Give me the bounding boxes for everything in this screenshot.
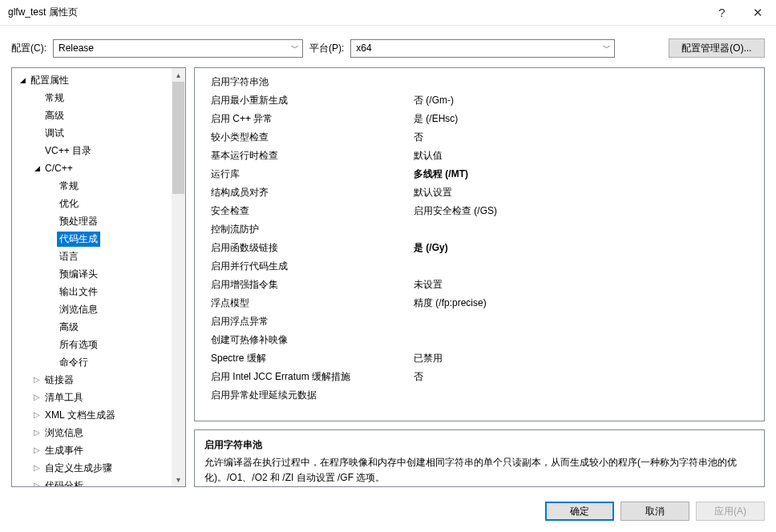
property-value[interactable]: 默认值 xyxy=(414,149,756,163)
tree-item[interactable]: ▷高级 xyxy=(12,318,185,336)
tree-item[interactable]: ▷预处理器 xyxy=(12,212,185,230)
tree-item-label: 高级 xyxy=(57,320,81,335)
property-row[interactable]: 控制流防护 xyxy=(195,220,764,239)
property-row[interactable]: 运行库多线程 (/MT) xyxy=(195,165,764,183)
property-row[interactable]: 启用最小重新生成否 (/Gm-) xyxy=(195,91,764,110)
tree-item-label: 预处理器 xyxy=(57,214,100,229)
tree-item[interactable]: ▷浏览信息 xyxy=(12,300,185,318)
tree-item[interactable]: ▷常规 xyxy=(12,89,185,107)
tree-item-label: 常规 xyxy=(57,179,81,194)
description-text: 允许编译器在执行过程中，在程序映像和内存中创建相同字符串的单个只读副本，从而生成… xyxy=(204,455,754,486)
property-row[interactable]: 启用增强指令集未设置 xyxy=(195,276,764,294)
cancel-button[interactable]: 取消 xyxy=(620,502,689,521)
property-value[interactable]: 多线程 (/MT) xyxy=(414,167,756,181)
property-name: 启用异常处理延续元数据 xyxy=(211,389,414,402)
property-row[interactable]: 安全检查启用安全检查 (/GS) xyxy=(195,202,764,220)
property-row[interactable]: 启用 Intel JCC Erratum 缓解措施否 xyxy=(195,368,764,386)
close-button[interactable]: ✕ xyxy=(740,0,776,25)
property-value[interactable]: 否 xyxy=(414,131,756,144)
property-value[interactable]: 默认设置 xyxy=(414,186,756,200)
tree-item[interactable]: ▷常规 xyxy=(12,177,185,195)
configuration-manager-button[interactable]: 配置管理器(O)... xyxy=(669,38,765,58)
tree-item-label: 语言 xyxy=(57,249,81,264)
property-name: 安全检查 xyxy=(211,204,414,218)
property-value[interactable]: 精度 (/fp:precise) xyxy=(414,296,756,310)
tree-expand-icon[interactable]: ▷ xyxy=(31,393,42,401)
tree-collapse-icon[interactable]: ◢ xyxy=(31,165,42,172)
property-row[interactable]: 浮点模型精度 (/fp:precise) xyxy=(195,294,764,312)
tree-item[interactable]: ▷VC++ 目录 xyxy=(12,142,185,159)
property-row[interactable]: 启用异常处理延续元数据 xyxy=(195,386,764,405)
tree-item[interactable]: ▷清单工具 xyxy=(12,389,185,406)
property-value[interactable]: 是 (/EHsc) xyxy=(414,112,756,126)
tree-item-label: 代码生成 xyxy=(57,232,100,247)
property-value[interactable]: 是 (/Gy) xyxy=(414,241,756,255)
ok-button[interactable]: 确定 xyxy=(545,502,614,521)
tree-item[interactable]: ▷链接器 xyxy=(12,371,185,389)
property-row[interactable]: 较小类型检查否 xyxy=(195,128,764,147)
property-row[interactable]: 结构成员对齐默认设置 xyxy=(195,183,764,202)
tree-item[interactable]: ▷输出文件 xyxy=(12,283,185,300)
tree-item[interactable]: ▷代码分析 xyxy=(12,477,185,486)
tree-item[interactable]: ▷代码生成 xyxy=(12,230,185,248)
tree-expand-icon[interactable]: ▷ xyxy=(31,464,42,472)
property-value[interactable]: 未设置 xyxy=(414,278,756,292)
tree-item[interactable]: ▷语言 xyxy=(12,248,185,265)
scroll-thumb[interactable] xyxy=(172,82,184,194)
tree-item[interactable]: ▷所有选项 xyxy=(12,336,185,353)
property-row[interactable]: 启用 C++ 异常是 (/EHsc) xyxy=(195,110,764,128)
property-grid: 启用字符串池启用最小重新生成否 (/Gm-)启用 C++ 异常是 (/EHsc)… xyxy=(194,67,765,421)
property-row[interactable]: 启用浮点异常 xyxy=(195,312,764,331)
tree-item[interactable]: ▷命令行 xyxy=(12,353,185,371)
tree-expand-icon[interactable]: ▷ xyxy=(31,446,42,454)
config-toolbar: 配置(C): Release ﹀ 平台(P): x64 ﹀ 配置管理器(O)..… xyxy=(0,26,776,67)
tree-item[interactable]: ▷XML 文档生成器 xyxy=(12,406,185,424)
property-value[interactable]: 已禁用 xyxy=(414,352,756,365)
tree-item-label: 所有选项 xyxy=(57,337,100,353)
property-row[interactable]: 基本运行时检查默认值 xyxy=(195,147,764,165)
apply-button[interactable]: 应用(A) xyxy=(696,502,765,521)
property-row[interactable]: 启用字符串池 xyxy=(195,73,764,91)
property-row[interactable]: 启用并行代码生成 xyxy=(195,257,764,276)
tree-expand-icon[interactable]: ▷ xyxy=(31,411,42,419)
property-row[interactable]: 创建可热修补映像 xyxy=(195,331,764,349)
property-row[interactable]: 启用函数级链接是 (/Gy) xyxy=(195,239,764,257)
platform-select[interactable]: x64 ﹀ xyxy=(350,39,615,58)
help-button[interactable]: ? xyxy=(704,0,740,25)
configuration-label: 配置(C): xyxy=(11,42,46,55)
property-value[interactable]: 启用安全检查 (/GS) xyxy=(414,204,756,218)
tree-scrollbar[interactable]: ▴ ▾ xyxy=(172,68,185,486)
scroll-down-icon[interactable]: ▾ xyxy=(172,473,185,486)
chevron-down-icon: ﹀ xyxy=(291,42,299,54)
tree-expand-icon[interactable]: ▷ xyxy=(31,429,42,437)
tree-item[interactable]: ▷浏览信息 xyxy=(12,424,185,441)
tree-item-label: 常规 xyxy=(42,91,67,106)
tree-item[interactable]: ◢C/C++ xyxy=(12,159,185,177)
tree-item[interactable]: ▷预编译头 xyxy=(12,265,185,283)
tree-item-label: 调试 xyxy=(42,126,67,141)
configuration-select[interactable]: Release ﹀ xyxy=(53,39,303,58)
property-name: 较小类型检查 xyxy=(211,131,414,144)
property-name: 启用 Intel JCC Erratum 缓解措施 xyxy=(211,370,414,384)
property-name: 启用字符串池 xyxy=(211,75,414,89)
tree-item-label: 优化 xyxy=(57,196,81,212)
property-row[interactable]: Spectre 缓解已禁用 xyxy=(195,349,764,368)
tree-expand-icon[interactable]: ▷ xyxy=(31,376,42,384)
tree-item-label: 配置属性 xyxy=(28,73,71,88)
scroll-up-icon[interactable]: ▴ xyxy=(172,68,185,82)
tree-item[interactable]: ▷高级 xyxy=(12,107,185,124)
tree-expand-icon[interactable]: ▷ xyxy=(31,482,42,486)
tree-item[interactable]: ▷生成事件 xyxy=(12,441,185,459)
tree-item-label: XML 文档生成器 xyxy=(42,408,118,423)
tree-item[interactable]: ▷调试 xyxy=(12,124,185,142)
tree-item[interactable]: ▷优化 xyxy=(12,195,185,212)
property-value[interactable]: 否 (/Gm-) xyxy=(414,94,756,107)
property-name: 控制流防护 xyxy=(211,223,414,236)
property-name: 创建可热修补映像 xyxy=(211,333,414,347)
tree-collapse-icon[interactable]: ◢ xyxy=(17,77,28,84)
tree-item[interactable]: ◢配置属性 xyxy=(12,71,185,89)
property-tree: ◢配置属性▷常规▷高级▷调试▷VC++ 目录◢C/C++▷常规▷优化▷预处理器▷… xyxy=(11,67,186,487)
tree-item[interactable]: ▷自定义生成步骤 xyxy=(12,459,185,477)
property-value[interactable]: 否 xyxy=(414,370,756,384)
tree-item-label: 输出文件 xyxy=(57,284,100,300)
